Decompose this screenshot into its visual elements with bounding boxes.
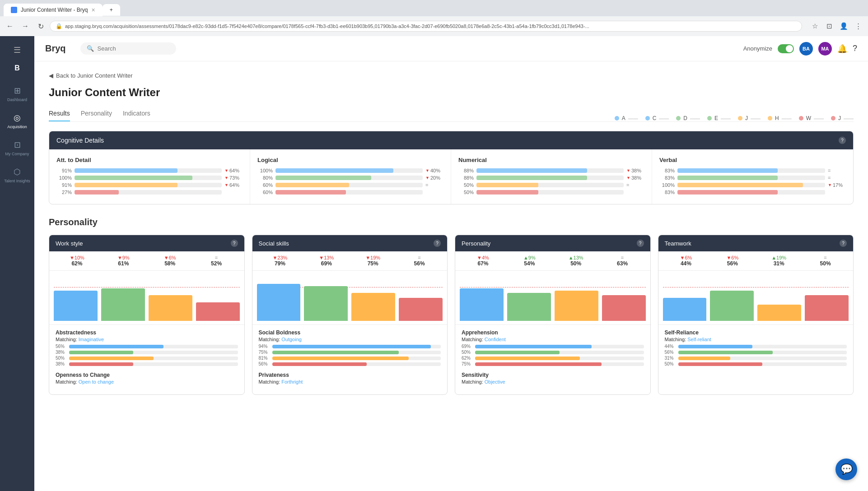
address-bar[interactable]: 🔒 app.staging.bryq.com/acquisition/asses…	[50, 21, 802, 32]
personality-traits: Apprehension Matching: Confident 69% 50%	[455, 325, 650, 394]
profile-button[interactable]: 👤	[837, 20, 850, 32]
bar-track	[677, 168, 825, 173]
bar-track	[677, 183, 825, 187]
tab-personality[interactable]: Personality	[81, 106, 112, 121]
trait-match-link[interactable]: Self-reliant	[687, 337, 711, 342]
notifications-icon[interactable]: 🔔	[837, 44, 847, 54]
sidebar-item-my-company[interactable]: ⊡ My Company	[0, 135, 34, 161]
chat-button[interactable]: 💬	[835, 459, 857, 480]
tab-results[interactable]: Results	[49, 106, 70, 121]
browser-tab[interactable]: Junior Content Writer - Bryq ×	[4, 4, 103, 16]
anonymize-toggle[interactable]	[778, 44, 794, 53]
sidebar-item-dashboard[interactable]: ⊞ Dashboard	[0, 81, 34, 107]
trait-bar-track	[272, 351, 441, 354]
personality-grid: Work style ? ▼10% 62% ▼9% 61% ▼	[49, 235, 854, 395]
stat-val: 75%	[350, 260, 396, 267]
bar-label: 60%	[257, 190, 273, 195]
trait-bar-row: 62%	[462, 356, 644, 361]
bar-track	[476, 176, 624, 180]
forward-button[interactable]: →	[19, 20, 32, 32]
pers-card-title-personality: Personality	[462, 240, 490, 247]
stat-change: ▲19%	[756, 255, 802, 260]
back-button[interactable]: ←	[4, 20, 16, 32]
sidebar-item-acquisition[interactable]: ◎ Acquisition	[0, 108, 34, 134]
insights-icon: ⬡	[14, 167, 21, 177]
trait-match-link[interactable]: Objective	[485, 379, 505, 384]
trait-sensitivity: Sensitivity Matching: Objective	[462, 372, 644, 384]
tab-title: Junior Content Writer - Bryq	[21, 7, 88, 13]
teamwork-info-icon[interactable]: ?	[840, 240, 847, 247]
pers-card-social-skills: Social skills ? ▼23% 79% ▼13% 69%	[252, 235, 448, 395]
trait-match-link[interactable]: Imaginative	[79, 337, 104, 342]
cog-bar-row: 91% ▼64%	[56, 182, 243, 188]
cog-bar-row: 100% ▼40%	[257, 168, 443, 173]
bar-label: 100%	[56, 175, 72, 181]
tab-indicators[interactable]: Indicators	[123, 106, 150, 121]
stat-change: ▼23%	[257, 255, 303, 260]
social-info-icon[interactable]: ?	[434, 240, 441, 247]
search-input[interactable]	[98, 45, 170, 52]
teamwork-traits: Self-Reliance Matching: Self-reliant 44%…	[658, 325, 854, 376]
trait-openness: Openness to Change Matching: Open to cha…	[56, 372, 238, 384]
trait-bar-row: 31%	[665, 356, 847, 361]
trait-match: Matching: Self-reliant	[665, 337, 847, 342]
personality-stats: ▼4% 67% ▲9% 54% ▲13% 50% =	[455, 251, 650, 271]
stat-change: ▼10%	[54, 255, 100, 260]
new-tab-button[interactable]: +	[103, 4, 120, 16]
reload-button[interactable]: ↻	[34, 20, 47, 32]
pers-card-title-teamwork: Teamwork	[665, 240, 691, 247]
avatar-ma[interactable]: MA	[818, 42, 832, 56]
cognitive-header: Cognitive Details ?	[49, 131, 853, 149]
tab-close-button[interactable]: ×	[92, 6, 95, 14]
trait-match-link[interactable]: Forthright	[281, 379, 303, 384]
trait-bar-row: 50%	[665, 361, 847, 366]
url-text: app.staging.bryq.com/acquisition/assessm…	[65, 23, 589, 29]
work-style-info-icon[interactable]: ?	[231, 240, 238, 247]
bar-track	[75, 176, 222, 180]
bar-track	[677, 190, 825, 195]
bar-label: 27%	[56, 190, 72, 195]
cognitive-info-icon[interactable]: ?	[839, 137, 846, 144]
bar-pct: =	[425, 182, 443, 188]
search-box[interactable]: 🔍	[80, 42, 176, 55]
trait-self-reliance: Self-Reliance Matching: Self-reliant 44%…	[665, 329, 847, 366]
personality-info-icon[interactable]: ?	[637, 240, 644, 247]
chart-bar	[460, 288, 504, 321]
legend-text-d: ——	[690, 116, 700, 121]
trait-match: Matching: Imaginative	[56, 337, 238, 342]
bar-fill	[677, 176, 778, 180]
social-stats: ▼23% 79% ▼13% 69% ▼19% 75% =	[252, 251, 448, 271]
sidebar-item-talent-insights[interactable]: ⬡ Talent Insights	[0, 162, 34, 188]
legend-dot-c	[645, 116, 650, 120]
trait-name: Abstractedness	[56, 329, 238, 336]
trait-bar-track	[475, 357, 644, 360]
tab-favicon	[11, 7, 17, 13]
bar-fill	[275, 183, 349, 187]
trait-match-link[interactable]: Outgoing	[281, 337, 302, 342]
bookmark-button[interactable]: ☆	[808, 20, 821, 32]
social-traits: Social Boldness Matching: Outgoing 94% 7…	[252, 325, 448, 394]
chart-bar	[399, 298, 443, 321]
trait-match-link[interactable]: Open to change	[79, 379, 114, 384]
trait-match-link[interactable]: Confident	[485, 337, 506, 342]
hamburger-button[interactable]: ☰	[10, 42, 24, 59]
bar-label: 50%	[458, 182, 474, 188]
legend-item-c: C ——	[645, 115, 669, 121]
trait-bar-label: 94%	[259, 344, 271, 349]
extensions-button[interactable]: ⊡	[823, 20, 835, 32]
trait-bar-label: 56%	[56, 344, 67, 349]
cog-bar-row: 27%	[56, 190, 243, 195]
back-link[interactable]: ◀ Back to Junior Content Writer	[49, 72, 854, 79]
stat-val: 56%	[396, 260, 443, 267]
cog-bar-row: 60% =	[257, 182, 443, 188]
chat-icon: 💬	[840, 463, 853, 475]
bar-fill	[75, 190, 119, 195]
trait-bar-label: 69%	[462, 344, 473, 349]
avatar-ba[interactable]: BA	[799, 42, 813, 56]
trait-bar-fill	[69, 345, 163, 348]
help-icon[interactable]: ?	[853, 44, 857, 53]
social-chart	[252, 271, 448, 325]
menu-button[interactable]: ⋮	[852, 20, 864, 32]
trait-bar-fill	[272, 351, 399, 354]
stat-change: =	[802, 255, 849, 260]
